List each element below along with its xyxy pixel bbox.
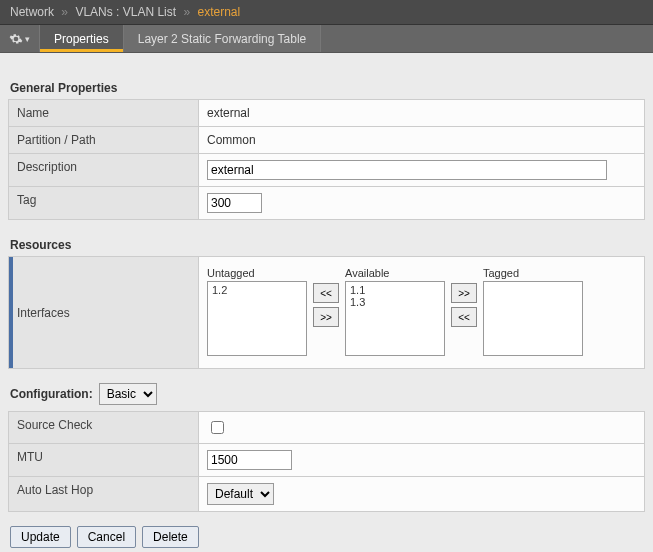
delete-button[interactable]: Delete bbox=[142, 526, 199, 548]
partition-path-label: Partition / Path bbox=[9, 127, 199, 154]
update-button[interactable]: Update bbox=[10, 526, 71, 548]
tagged-listbox[interactable] bbox=[483, 281, 583, 356]
mtu-label: MTU bbox=[9, 444, 199, 477]
description-label: Description bbox=[9, 154, 199, 187]
source-check-label: Source Check bbox=[9, 412, 199, 444]
move-left-untagged-button[interactable]: << bbox=[313, 283, 339, 303]
gear-icon bbox=[9, 32, 23, 46]
untagged-listbox[interactable]: 1.2 bbox=[207, 281, 307, 356]
tag-input[interactable] bbox=[207, 193, 262, 213]
general-properties-table: Name external Partition / Path Common De… bbox=[8, 99, 645, 220]
available-label: Available bbox=[345, 267, 445, 279]
name-value: external bbox=[199, 100, 645, 127]
configuration-label: Configuration: bbox=[10, 387, 93, 401]
source-check-checkbox[interactable] bbox=[211, 421, 224, 434]
cancel-button[interactable]: Cancel bbox=[77, 526, 136, 548]
breadcrumb-sep-icon: » bbox=[183, 5, 190, 19]
resources-table: Interfaces Untagged 1.2 << >> Availabl bbox=[8, 256, 645, 369]
section-resources: Resources bbox=[10, 238, 645, 252]
tag-label: Tag bbox=[9, 187, 199, 220]
breadcrumb-sep-icon: » bbox=[61, 5, 68, 19]
move-right-tagged-button[interactable]: >> bbox=[451, 283, 477, 303]
description-input[interactable] bbox=[207, 160, 607, 180]
tagged-label: Tagged bbox=[483, 267, 583, 279]
available-listbox[interactable]: 1.11.3 bbox=[345, 281, 445, 356]
tab-l2-static-forwarding[interactable]: Layer 2 Static Forwarding Table bbox=[124, 25, 322, 52]
interfaces-label: Interfaces bbox=[9, 257, 199, 369]
untagged-label: Untagged bbox=[207, 267, 307, 279]
list-item[interactable]: 1.3 bbox=[350, 296, 440, 308]
move-left-tagged-button[interactable]: << bbox=[451, 307, 477, 327]
auto-last-hop-label: Auto Last Hop bbox=[9, 477, 199, 512]
list-item[interactable]: 1.1 bbox=[350, 284, 440, 296]
chevron-down-icon: ▾ bbox=[25, 34, 30, 44]
section-general-properties: General Properties bbox=[10, 81, 645, 95]
mtu-input[interactable] bbox=[207, 450, 292, 470]
tab-bar: ▾ Properties Layer 2 Static Forwarding T… bbox=[0, 25, 653, 53]
move-right-untagged-button[interactable]: >> bbox=[313, 307, 339, 327]
configuration-table: Source Check MTU Auto Last Hop Default bbox=[8, 411, 645, 512]
name-label: Name bbox=[9, 100, 199, 127]
settings-menu-button[interactable]: ▾ bbox=[0, 25, 40, 52]
breadcrumb: Network » VLANs : VLAN List » external bbox=[0, 0, 653, 25]
breadcrumb-vlan-list[interactable]: VLANs : VLAN List bbox=[75, 5, 176, 19]
partition-path-value: Common bbox=[199, 127, 645, 154]
configuration-select[interactable]: Basic bbox=[99, 383, 157, 405]
breadcrumb-current: external bbox=[197, 5, 240, 19]
list-item[interactable]: 1.2 bbox=[212, 284, 302, 296]
tab-properties[interactable]: Properties bbox=[40, 25, 124, 52]
auto-last-hop-select[interactable]: Default bbox=[207, 483, 274, 505]
breadcrumb-root[interactable]: Network bbox=[10, 5, 54, 19]
